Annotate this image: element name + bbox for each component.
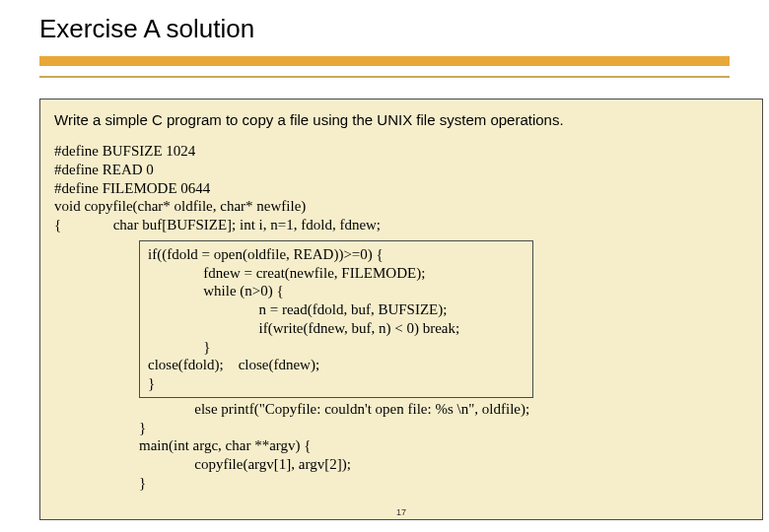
slide-title: Exercise A solution <box>0 0 769 48</box>
inner-code-box: if((fdold = open(oldfile, READ))>=0) { f… <box>139 240 533 398</box>
exercise-prompt: Write a simple C program to copy a file … <box>54 111 748 128</box>
inner-code: if((fdold = open(oldfile, READ))>=0) { f… <box>148 245 524 393</box>
thin-line <box>39 76 730 78</box>
content-box: Write a simple C program to copy a file … <box>39 99 763 520</box>
code-block-top: #define BUFSIZE 1024 #define READ 0 #def… <box>54 142 748 234</box>
code-block-bottom: else printf("Copyfile: couldn't open fil… <box>139 400 748 493</box>
page-number: 17 <box>396 507 406 517</box>
slide: Exercise A solution Write a simple C pro… <box>0 0 769 532</box>
title-underline <box>0 48 769 78</box>
gold-bar <box>39 56 730 66</box>
